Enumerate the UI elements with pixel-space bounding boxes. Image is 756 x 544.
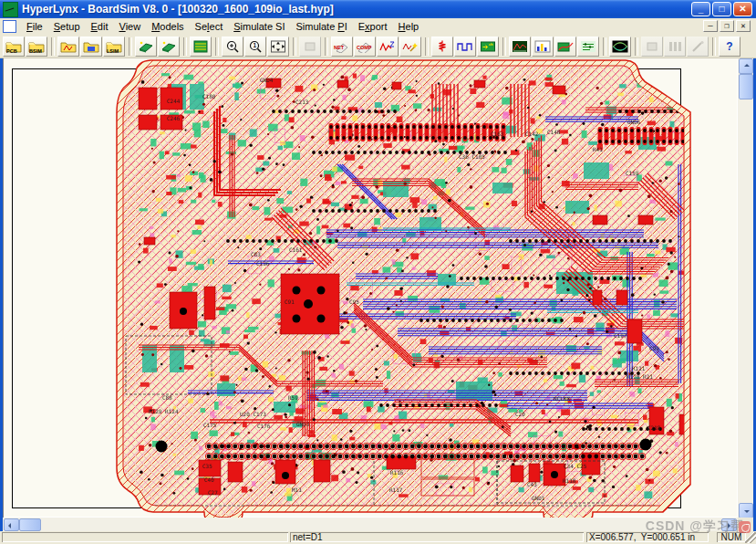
mounting-hole xyxy=(293,315,301,323)
menu-help[interactable]: Help xyxy=(393,20,425,33)
tool-disabled-wand-button[interactable] xyxy=(687,37,709,57)
close-button[interactable]: ✕ xyxy=(733,2,752,16)
component[interactable] xyxy=(593,290,602,305)
svg-text:R117: R117 xyxy=(389,486,403,493)
horizontal-scroll-thumb[interactable] xyxy=(19,518,41,531)
mounting-hole xyxy=(282,472,289,479)
copper-pad xyxy=(584,162,609,179)
svg-text:C244: C244 xyxy=(167,98,181,104)
svg-text:NCLKX: NCLKX xyxy=(554,395,570,402)
component[interactable] xyxy=(392,82,401,89)
resize-grip[interactable] xyxy=(745,532,756,543)
svg-text:C88: C88 xyxy=(162,394,172,401)
mdi-close-button[interactable]: ✕ xyxy=(736,20,751,32)
scroll-up-button[interactable] xyxy=(739,58,753,74)
highlight-net-button[interactable]: NET xyxy=(331,37,353,57)
oscilloscope-button[interactable] xyxy=(454,37,476,57)
mounting-hole xyxy=(304,299,313,309)
mdi-minimize-button[interactable]: — xyxy=(703,20,718,32)
scrollbar-corner xyxy=(738,518,753,531)
edit-board-button[interactable] xyxy=(158,37,180,57)
highlight-component-button[interactable]: COMP xyxy=(354,37,376,57)
arrow-right-icon xyxy=(728,523,730,528)
component[interactable] xyxy=(314,460,330,482)
component[interactable] xyxy=(139,115,157,130)
help-button[interactable]: ? xyxy=(719,37,740,57)
board-analyzer-button[interactable] xyxy=(554,37,576,57)
zoom-in-button[interactable] xyxy=(222,37,243,57)
maximize-button[interactable]: □ xyxy=(712,2,731,16)
zoom-fit-button[interactable] xyxy=(267,37,289,57)
open-report-button[interactable] xyxy=(80,37,102,57)
component[interactable] xyxy=(228,462,243,482)
copper-pad xyxy=(274,402,295,413)
run-simulation-button[interactable] xyxy=(477,37,499,57)
component[interactable] xyxy=(553,86,565,94)
menu-models[interactable]: Models xyxy=(146,20,189,33)
horizontal-scrollbar[interactable] xyxy=(3,518,738,531)
status-bar: net=D1 X=006.577, Y=000.651 in NUM xyxy=(0,531,756,544)
pcb-view[interactable]: GND4C180C213C244C246GND6C159R41C148C163C… xyxy=(3,58,738,518)
scroll-left-button[interactable] xyxy=(4,518,19,531)
component[interactable] xyxy=(204,287,215,319)
scroll-down-button[interactable] xyxy=(739,503,753,518)
open-lsim-session-button[interactable]: LSIM xyxy=(103,37,125,57)
component[interactable] xyxy=(616,290,627,305)
scroll-right-button[interactable] xyxy=(721,518,737,531)
document-icon[interactable] xyxy=(3,20,16,33)
status-num-lock: NUM xyxy=(717,532,746,542)
stackup-editor-button[interactable] xyxy=(190,37,212,57)
menu-bar: FileSetupEditViewModelsSelectSimulate SI… xyxy=(0,18,756,36)
svg-text:R121: R121 xyxy=(632,365,646,371)
svg-text:C27: C27 xyxy=(208,489,218,496)
svg-text:U20 C173: U20 C173 xyxy=(240,411,266,417)
svg-text:C163: C163 xyxy=(491,131,504,137)
bar-chart-report-button[interactable] xyxy=(532,37,554,57)
new-board-wizard-button[interactable] xyxy=(135,37,157,57)
component[interactable] xyxy=(529,464,540,482)
menu-setup[interactable]: Setup xyxy=(48,20,86,33)
board-view-disabled-button[interactable] xyxy=(299,37,321,57)
vertical-scrollbar[interactable] xyxy=(738,58,753,518)
vertical-scroll-thumb[interactable] xyxy=(739,74,753,99)
pcb-canvas[interactable]: GND4C180C213C244C246GND6C159R41C148C163C… xyxy=(3,58,738,518)
svg-text:1: 1 xyxy=(254,42,257,48)
component[interactable] xyxy=(627,319,642,343)
waveform-wizard-button[interactable] xyxy=(399,37,421,57)
component[interactable] xyxy=(139,88,157,110)
component[interactable] xyxy=(474,80,485,88)
toolbar-button-label: BSIM xyxy=(29,48,42,54)
menu-select[interactable]: Select xyxy=(190,20,229,33)
mdi-restore-button[interactable]: ❐ xyxy=(720,20,734,32)
mounting-hole xyxy=(180,308,187,315)
terminator-wizard-button[interactable] xyxy=(431,37,453,57)
tool-disabled-columns-button[interactable] xyxy=(664,37,686,57)
menu-view[interactable]: View xyxy=(113,20,146,33)
minimize-button[interactable]: _ xyxy=(691,2,710,16)
eye-diagram-button[interactable] xyxy=(609,37,631,57)
title-bar: HyperLynx - BoardSim V8. 0 - [100320_160… xyxy=(0,0,756,18)
svg-text:C40: C40 xyxy=(204,476,214,483)
schematic-viewer-button[interactable] xyxy=(577,37,599,57)
component[interactable] xyxy=(144,237,155,245)
component[interactable] xyxy=(593,215,607,225)
menu-export[interactable]: Export xyxy=(353,20,393,33)
assign-models-button[interactable] xyxy=(377,37,399,57)
menu-simulate-si[interactable]: Simulate SI xyxy=(228,20,290,33)
component[interactable] xyxy=(337,80,348,88)
open-pcb-file-button[interactable]: PCB xyxy=(3,37,25,57)
svg-text:C136: C136 xyxy=(256,260,270,267)
component[interactable] xyxy=(638,215,653,225)
toolbar-separator xyxy=(502,37,506,56)
menu-file[interactable]: File xyxy=(21,20,48,33)
zoom-previous-button[interactable]: 1 xyxy=(244,37,266,57)
component[interactable] xyxy=(511,466,523,482)
open-bsim-session-button[interactable]: BSIM xyxy=(26,37,47,57)
app-icon xyxy=(3,2,18,17)
menu-edit[interactable]: Edit xyxy=(86,20,114,33)
open-waveform-button[interactable] xyxy=(57,37,79,57)
menu-simulate-pi[interactable]: Simulate PI xyxy=(290,20,352,33)
mounting-hole xyxy=(317,287,326,295)
tool-disabled-1-button[interactable] xyxy=(641,37,663,57)
spectrum-analyzer-button[interactable] xyxy=(509,37,531,57)
